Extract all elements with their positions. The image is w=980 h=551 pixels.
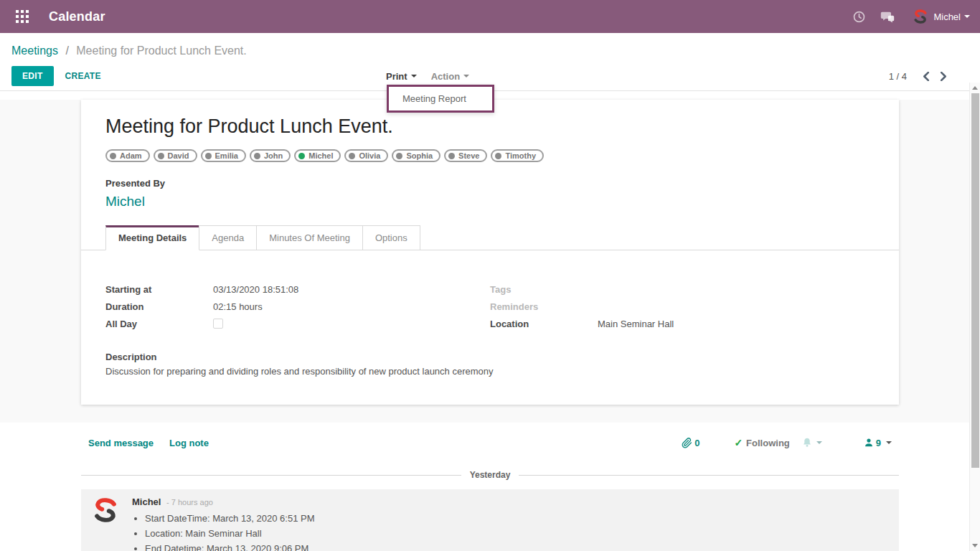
field-value: Main Seminar Hall (598, 319, 674, 329)
action-dropdown-button[interactable]: Action (431, 71, 469, 82)
message-avatar (92, 496, 119, 524)
attachment-count: 0 (694, 438, 699, 448)
field-starting-at: Starting at 03/13/2020 18:51:08 (105, 281, 490, 298)
tab-options[interactable]: Options (362, 225, 420, 250)
status-dot (495, 153, 501, 159)
field-col-right: Tags Reminders Location Main Seminar Hal… (490, 281, 875, 332)
field-label: Starting at (105, 284, 213, 295)
action-bar: EDIT CREATE Print Meeting Report Action … (0, 62, 980, 91)
field-label: Location (490, 319, 598, 329)
status-dot (205, 153, 212, 159)
field-duration: Duration 02:15 hours (105, 298, 490, 315)
notification-bell-button[interactable] (801, 437, 822, 448)
divider-line (81, 475, 461, 476)
all-day-checkbox[interactable] (213, 319, 223, 329)
status-dot (396, 153, 402, 159)
attachment-button[interactable]: 0 (682, 438, 699, 448)
field-label: All Day (105, 319, 213, 329)
action-label: Action (431, 71, 460, 82)
status-dot (349, 153, 355, 159)
status-dot (448, 153, 455, 159)
create-button[interactable]: CREATE (65, 71, 101, 81)
edit-button[interactable]: EDIT (11, 66, 54, 86)
grid-icon (16, 10, 29, 23)
field-label: Reminders (490, 301, 598, 312)
presented-by-label: Presented By (105, 178, 875, 189)
scroll-down-arrow[interactable] (972, 544, 978, 547)
tab-agenda[interactable]: Agenda (199, 225, 257, 250)
scroll-up-arrow[interactable] (972, 86, 978, 90)
following-button[interactable]: ✓ Following (734, 437, 789, 448)
attendee-pill: John (250, 149, 291, 162)
attendee-pill: Olivia (344, 149, 388, 162)
field-label: Duration (105, 301, 213, 312)
message-bullet-list: Start DateTime: March 13, 2020 6:51 PM L… (145, 513, 315, 551)
description-text: Discussion for preparing and dividing ro… (105, 366, 875, 377)
followers-button[interactable]: 9 (864, 438, 892, 448)
activities-clock-icon[interactable] (847, 4, 871, 29)
field-location: Location Main Seminar Hall (490, 315, 875, 332)
description-block: Description Discussion for preparing and… (105, 352, 875, 377)
attendee-name: Adam (120, 151, 142, 160)
pager-value: 1 / 4 (889, 71, 907, 82)
day-divider-label: Yesterday (461, 470, 519, 480)
send-message-button[interactable]: Send message (88, 438, 154, 448)
breadcrumb-separator: / (65, 44, 68, 57)
menu-item-meeting-report[interactable]: Meeting Report (389, 87, 492, 110)
attendee-name: Timothy (505, 151, 536, 160)
top-navbar: Calendar Michel (0, 0, 980, 33)
pager: 1 / 4 (889, 70, 953, 83)
attendee-name: Olivia (359, 151, 380, 160)
message-bullet: End Datetime: March 13, 2020 9:06 PM (145, 543, 315, 551)
vertical-scrollbar[interactable] (969, 83, 980, 551)
day-divider: Yesterday (81, 470, 899, 480)
message-header: Michel - 7 hours ago (132, 496, 315, 507)
attendee-name: David (168, 151, 189, 160)
follower-count: 9 (876, 438, 881, 448)
app-title[interactable]: Calendar (49, 9, 105, 24)
chatter-tools: 0 ✓ Following (682, 437, 892, 448)
status-dot-accepted (298, 153, 305, 159)
description-label: Description (105, 352, 875, 362)
tab-meeting-details[interactable]: Meeting Details (105, 225, 199, 250)
log-note-button[interactable]: Log note (169, 438, 209, 448)
print-dropdown-menu: Meeting Report (387, 85, 494, 113)
messages-chat-icon[interactable] (875, 4, 900, 29)
message-bullet: Location: Main Seminar Hall (145, 528, 315, 539)
attendee-pill: Adam (105, 149, 150, 162)
chatter: Send message Log note 0 ✓ Following (0, 423, 980, 551)
attendee-name: Steve (458, 151, 479, 160)
attendee-name: John (264, 151, 283, 160)
meeting-form-sheet: Meeting for Product Lunch Event. Adam Da… (81, 100, 899, 405)
attendee-pill: Michel (294, 149, 341, 162)
chevron-down-icon (463, 75, 469, 77)
attendee-pill: Timothy (491, 149, 544, 162)
attendee-pill: Emilia (201, 149, 246, 162)
pager-prev-button[interactable] (917, 70, 935, 83)
status-dot (110, 153, 116, 159)
bell-icon (801, 437, 813, 448)
field-grid: Starting at 03/13/2020 18:51:08 Duration… (105, 281, 875, 332)
content-area: Meeting for Product Lunch Event. Adam Da… (0, 100, 980, 423)
attendee-name: Emilia (215, 151, 238, 160)
scrollbar-thumb[interactable] (971, 93, 979, 468)
apps-grid-icon[interactable] (10, 4, 34, 29)
chatter-message: Michel - 7 hours ago Start DateTime: Mar… (81, 489, 899, 551)
print-dropdown-button[interactable]: Print (386, 71, 417, 82)
pager-next-button[interactable] (935, 70, 953, 83)
message-body: Michel - 7 hours ago Start DateTime: Mar… (132, 496, 315, 551)
attendee-pills: Adam David Emilia John Michel Olivia Sop… (105, 149, 875, 162)
status-dot (254, 153, 260, 159)
divider-line (519, 475, 899, 476)
chevron-down-icon (816, 441, 822, 444)
status-dot (158, 153, 164, 159)
presenter-link[interactable]: Michel (105, 194, 145, 209)
field-tags: Tags (490, 281, 875, 298)
attendee-name: Sophia (406, 151, 433, 160)
tab-minutes-of-meeting[interactable]: Minutes Of Meeting (256, 225, 363, 250)
field-reminders: Reminders (490, 298, 875, 315)
breadcrumb-meetings-link[interactable]: Meetings (11, 44, 58, 57)
attendee-pill: Sophia (392, 149, 440, 162)
user-menu[interactable]: Michel (913, 9, 970, 24)
center-actions: Print Meeting Report Action (386, 62, 469, 90)
